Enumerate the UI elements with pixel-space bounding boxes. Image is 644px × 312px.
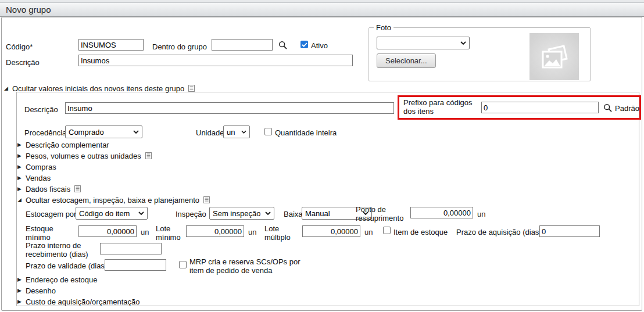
descricao-item-input[interactable] (65, 102, 394, 114)
note-icon[interactable] (74, 185, 81, 192)
prazo-interno-label: Prazo interno de recebimento (dias) (26, 241, 101, 259)
chevron-down-icon (265, 211, 271, 215)
section-toggle-label: Compras (26, 163, 56, 171)
collapse-collapsed-icon: ▶ (17, 187, 22, 192)
descricao-input[interactable] (78, 55, 353, 66)
quantidade-inteira-label: Quantidade inteira (275, 128, 337, 137)
chevron-down-icon (133, 130, 139, 134)
section-toggle-vendas[interactable]: ▶ Vendas (17, 173, 51, 182)
chevron-down-icon (241, 130, 246, 134)
section-toggle-label: Vendas (26, 174, 51, 182)
ponto-ressuprimento-input[interactable] (410, 207, 473, 218)
estoque-minimo-input[interactable] (78, 225, 137, 237)
baixa-select-value: Manual (305, 209, 330, 218)
lote-minimo-label: Lote mínimo (156, 224, 186, 242)
chevron-down-icon (460, 41, 466, 45)
lote-multiplo-input[interactable] (302, 225, 360, 237)
section-toggle-label: Custo de aquisição/orçamentação (26, 297, 140, 306)
section-toggle-estocagem[interactable]: ◢ Ocultar estocagem, inspeção, baixa e p… (17, 195, 210, 205)
dentro-do-grupo-input[interactable] (212, 39, 273, 51)
prefixo-input[interactable] (481, 102, 599, 113)
descricao-item-label: Descrição (24, 105, 58, 114)
unidade-label: Unidade (196, 128, 224, 137)
chevron-down-icon (138, 211, 144, 215)
collapse-collapsed-icon: ▶ (17, 288, 22, 293)
note-icon[interactable] (145, 152, 152, 159)
lote-minimo-unit: un (248, 228, 256, 236)
estocagem-por-select-value: Código do item (79, 209, 130, 218)
photo-placeholder (529, 33, 579, 80)
ponto-ressuprimento-unit: un (477, 210, 485, 218)
mrp-checkbox[interactable] (179, 261, 187, 268)
collapse-collapsed-icon: ▶ (17, 175, 22, 181)
inspecao-select[interactable]: Sem inspeção (209, 207, 274, 220)
item-de-estoque-checkbox[interactable] (383, 227, 391, 234)
item-de-estoque-label: Item de estoque (393, 228, 448, 236)
estoque-minimo-unit: un (141, 228, 149, 236)
inspecao-select-value: Sem inspeção (213, 209, 260, 218)
prazo-validade-label: Prazo de validade (dias) (26, 261, 107, 270)
procedencia-label: Procedência (24, 128, 66, 137)
section-toggle-label: Desenho (26, 286, 56, 295)
collapse-collapsed-icon: ▶ (17, 299, 22, 304)
section-toggle-label: Dados fiscais (26, 185, 70, 193)
collapse-expanded-icon: ◢ (17, 198, 22, 203)
section-toggle-pesos-volumes[interactable]: ▶ Pesos, volumes e outras unidades (17, 151, 152, 160)
section-toggle-dados-fiscais[interactable]: ▶ Dados fiscais (17, 184, 81, 193)
prazo-aquisicao-label: Prazo de aquisição (dias) (456, 228, 542, 236)
search-icon[interactable] (278, 40, 287, 49)
section-toggle-label: Pesos, volumes e outras unidades (26, 152, 141, 160)
section-toggle-compras[interactable]: ▶ Compras (17, 162, 56, 171)
collapse-collapsed-icon: ▶ (17, 153, 22, 159)
section-toggle-custo-aquisicao[interactable]: ▶ Custo de aquisição/orçamentação (17, 297, 139, 306)
note-icon[interactable] (188, 85, 195, 92)
check-icon (302, 42, 307, 47)
procedencia-select-value: Comprado (69, 128, 104, 137)
padrao-label: Padrão (615, 104, 639, 113)
dentro-do-grupo-label: Dentro do grupo (152, 42, 207, 51)
prefixo-label: Prefixo para códigos dos itens (403, 98, 485, 116)
prefixo-search-icon[interactable] (603, 103, 612, 112)
window-title-bar: Novo grupo (0, 2, 644, 17)
collapse-collapsed-icon: ▶ (17, 164, 22, 170)
estocagem-por-label: Estocagem por (26, 210, 76, 218)
section-toggle-label: Descrição complementar (26, 141, 109, 149)
descricao-label: Descrição (6, 58, 40, 67)
ativo-label: Ativo (311, 41, 328, 50)
mrp-label: MRP cria e reserva SCs/OPs por item de p… (189, 257, 306, 275)
codigo-input[interactable] (78, 39, 144, 51)
selecionar-button[interactable]: Selecionar... (377, 53, 436, 68)
collapse-collapsed-icon: ▶ (17, 277, 22, 282)
unidade-select[interactable]: un (223, 125, 250, 138)
page-title: Novo grupo (0, 3, 51, 16)
note-icon[interactable] (203, 196, 210, 203)
procedencia-select[interactable]: Comprado (65, 125, 142, 138)
prazo-aquisicao-input[interactable] (539, 225, 600, 237)
lote-multiplo-label: Lote múltiplo (264, 224, 298, 242)
prazo-interno-input[interactable] (100, 243, 162, 254)
section-toggle-label: Endereço de estoque (26, 275, 98, 284)
collapse-expanded-icon: ◢ (4, 86, 8, 91)
baixa-label: Baixa (284, 210, 303, 218)
photo-icon (539, 43, 570, 71)
collapse-collapsed-icon: ▶ (17, 142, 22, 148)
prazo-validade-input[interactable] (105, 259, 166, 271)
lote-minimo-input[interactable] (186, 225, 244, 237)
section-toggle-desenho[interactable]: ▶ Desenho (17, 286, 56, 295)
unidade-select-value: un (227, 128, 235, 137)
foto-legend: Foto (374, 23, 393, 32)
foto-select[interactable] (377, 37, 470, 49)
ativo-checkbox[interactable] (300, 41, 308, 48)
section-toggle-descricao-complementar[interactable]: ▶ Descrição complementar (17, 140, 109, 149)
section-toggle-endereco-estoque[interactable]: ▶ Endereço de estoque (17, 275, 98, 284)
inspecao-label: Inspeção (176, 210, 206, 218)
lote-multiplo-unit: un (364, 228, 373, 236)
codigo-label: Código* (6, 42, 33, 51)
ponto-ressuprimento-label: Ponto de ressuprimento (356, 205, 409, 223)
estoque-minimo-label: Estoque mínimo (26, 224, 62, 242)
estocagem-por-select[interactable]: Código do item (76, 207, 148, 220)
quantidade-inteira-checkbox[interactable] (264, 128, 272, 135)
window: Novo grupo Código* Dentro do grupo Ativo… (0, 0, 644, 312)
section-toggle-label: Ocultar estocagem, inspeção, baixa e pla… (26, 196, 199, 205)
